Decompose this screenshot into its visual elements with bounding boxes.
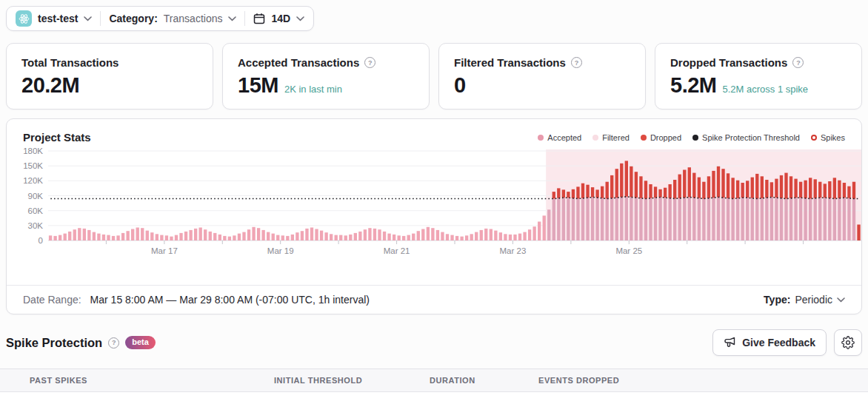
svg-text:180K: 180K bbox=[23, 148, 43, 155]
legend-item-spike-protection-threshold[interactable]: Spike Protection Threshold bbox=[692, 133, 800, 142]
stat-cards-row: Total Transactions 20.2M Accepted Transa… bbox=[6, 43, 862, 110]
category-selector[interactable]: Category: Transactions bbox=[109, 13, 236, 24]
project-platform-icon bbox=[16, 10, 32, 27]
card-value: 0 bbox=[454, 73, 466, 98]
beta-badge: beta bbox=[125, 336, 156, 349]
card-subtitle: 2K in last min bbox=[284, 84, 342, 95]
project-selector[interactable]: test-test bbox=[16, 10, 92, 27]
card-value: 15M bbox=[238, 73, 278, 98]
type-label: Type: bbox=[764, 294, 790, 306]
legend-item-spikes[interactable]: Spikes bbox=[811, 133, 845, 142]
chart-footer: Date Range: Mar 15 8:00 AM — Mar 29 8:00… bbox=[7, 285, 861, 314]
project-stats-panel: Project Stats AcceptedFilteredDroppedSpi… bbox=[6, 118, 862, 314]
category-value: Transactions bbox=[164, 13, 223, 24]
help-icon[interactable]: ? bbox=[571, 57, 582, 68]
svg-text:Mar 21: Mar 21 bbox=[384, 246, 410, 255]
legend-dot-icon bbox=[592, 135, 598, 141]
type-selector[interactable]: Type: Periodic bbox=[764, 294, 845, 306]
card-accepted-transactions: Accepted Transactions ? 15M 2K in last m… bbox=[222, 43, 430, 110]
project-name: test-test bbox=[38, 13, 78, 24]
legend-dot-icon bbox=[538, 135, 544, 141]
legend-item-accepted[interactable]: Accepted bbox=[538, 133, 581, 142]
past-spikes-table: Past Spikes Initial Threshold Duration E… bbox=[0, 368, 868, 404]
gear-icon bbox=[841, 336, 855, 349]
legend-dot-icon bbox=[641, 135, 647, 141]
help-icon[interactable]: ? bbox=[364, 57, 375, 68]
card-subtitle: 5.2M across 1 spike bbox=[722, 84, 808, 95]
legend-label: Spike Protection Threshold bbox=[702, 133, 800, 142]
svg-text:150K: 150K bbox=[23, 161, 43, 170]
svg-text:Mar 25: Mar 25 bbox=[615, 246, 642, 255]
help-icon[interactable]: ? bbox=[108, 337, 119, 349]
svg-text:Mar 19: Mar 19 bbox=[267, 246, 294, 255]
col-events-dropped: Events Dropped bbox=[538, 376, 868, 385]
svg-text:0: 0 bbox=[39, 236, 43, 245]
legend-dot-icon bbox=[692, 135, 698, 141]
top-filter-bar: test-test Category: Transactions bbox=[6, 6, 862, 31]
megaphone-icon bbox=[724, 337, 736, 349]
project-stats-chart[interactable]: 030K60K90K120K150K180KMar 17Mar 19Mar 21… bbox=[7, 144, 861, 259]
type-value: Periodic bbox=[795, 294, 832, 306]
card-filtered-transactions: Filtered Transactions ? 0 bbox=[438, 43, 646, 110]
divider bbox=[100, 11, 101, 26]
col-duration: Duration bbox=[430, 376, 538, 385]
svg-text:60K: 60K bbox=[28, 206, 44, 215]
chevron-down-icon bbox=[837, 297, 845, 303]
date-range-label: Date Range: bbox=[23, 294, 81, 306]
category-label: Category: bbox=[109, 13, 157, 24]
card-title: Filtered Transactions bbox=[454, 56, 566, 69]
table-row[interactable] bbox=[0, 392, 868, 404]
spikes-ring-icon bbox=[811, 135, 817, 141]
legend-label: Spikes bbox=[821, 133, 845, 142]
settings-button[interactable] bbox=[834, 329, 862, 356]
card-title: Total Transactions bbox=[21, 56, 118, 69]
legend-item-filtered[interactable]: Filtered bbox=[592, 133, 630, 142]
spike-protection-title: Spike Protection bbox=[6, 336, 102, 350]
svg-text:Mar 17: Mar 17 bbox=[151, 246, 178, 255]
chart-title: Project Stats bbox=[23, 131, 91, 144]
table-header-row: Past Spikes Initial Threshold Duration E… bbox=[0, 368, 868, 392]
give-feedback-label: Give Feedback bbox=[742, 337, 815, 349]
legend-label: Dropped bbox=[650, 133, 681, 142]
col-initial-threshold: Initial Threshold bbox=[274, 376, 430, 385]
give-feedback-button[interactable]: Give Feedback bbox=[712, 329, 827, 356]
card-total-transactions: Total Transactions 20.2M bbox=[6, 43, 213, 110]
card-title: Dropped Transactions bbox=[670, 56, 787, 69]
svg-text:30K: 30K bbox=[28, 221, 44, 230]
chevron-down-icon bbox=[84, 16, 92, 21]
svg-text:Mar 23: Mar 23 bbox=[500, 246, 527, 255]
card-dropped-transactions: Dropped Transactions ? 5.2M 5.2M across … bbox=[655, 43, 862, 110]
calendar-icon bbox=[253, 13, 265, 24]
svg-text:90K: 90K bbox=[28, 192, 44, 201]
period-value: 14D bbox=[271, 13, 290, 24]
spike-protection-header: Spike Protection ? beta Give Feedback bbox=[6, 329, 862, 356]
card-value: 5.2M bbox=[670, 73, 716, 98]
legend-label: Filtered bbox=[602, 133, 630, 142]
legend-label: Accepted bbox=[547, 133, 581, 142]
card-value: 20.2M bbox=[21, 73, 79, 98]
filter-pill: test-test Category: Transactions bbox=[6, 6, 314, 31]
date-period-selector[interactable]: 14D bbox=[253, 13, 304, 24]
divider bbox=[244, 11, 245, 26]
date-range-value: Mar 15 8:00 AM — Mar 29 8:00 AM (-07:00 … bbox=[90, 294, 370, 306]
chevron-down-icon bbox=[296, 16, 304, 21]
chevron-down-icon bbox=[228, 16, 236, 21]
help-icon[interactable]: ? bbox=[792, 57, 804, 68]
chart-legend: AcceptedFilteredDroppedSpike Protection … bbox=[538, 133, 845, 142]
card-title: Accepted Transactions bbox=[238, 56, 359, 69]
col-past-spikes: Past Spikes bbox=[30, 376, 274, 385]
svg-text:120K: 120K bbox=[23, 176, 43, 185]
legend-item-dropped[interactable]: Dropped bbox=[641, 133, 681, 142]
